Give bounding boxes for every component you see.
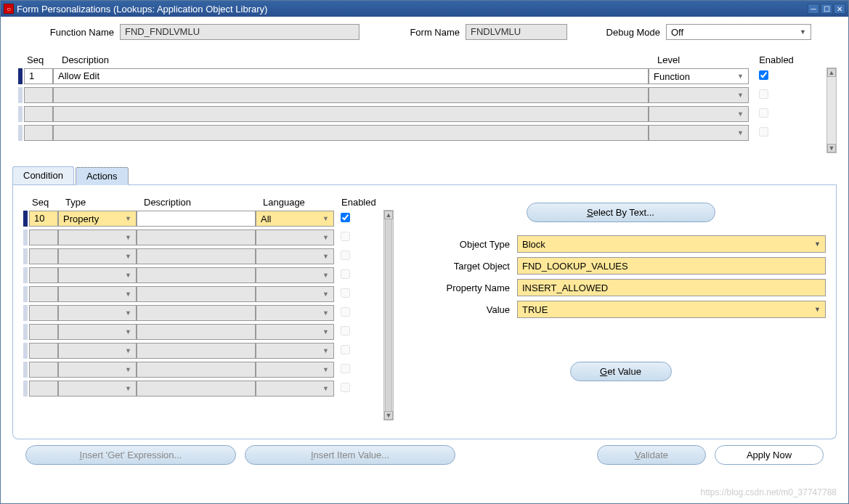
action-enabled-checkbox[interactable] — [341, 251, 350, 260]
get-value-button[interactable]: Get Value — [570, 362, 672, 381]
action-type-dropdown[interactable]: ▼ — [58, 248, 137, 264]
action-language-dropdown[interactable]: ▼ — [256, 305, 334, 321]
action-language-dropdown[interactable]: ▼ — [256, 324, 334, 340]
validate-button[interactable]: Validate — [597, 445, 706, 465]
action-type-dropdown[interactable]: ▼ — [58, 381, 137, 397]
action-description-input[interactable] — [137, 286, 256, 302]
insert-get-button[interactable]: Insert 'Get' Expression... — [25, 445, 236, 465]
rule-level-dropdown[interactable]: ▼ — [649, 125, 749, 141]
action-description-input[interactable] — [137, 381, 256, 397]
action-row-empty[interactable]: ▼▼ — [23, 229, 383, 245]
action-language-dropdown[interactable]: ▼ — [256, 362, 334, 378]
action-language-dropdown[interactable]: ▼ — [256, 286, 334, 302]
action-row-empty[interactable]: ▼▼ — [23, 305, 383, 321]
value-dropdown[interactable]: TRUE▼ — [517, 301, 826, 318]
action-type-dropdown[interactable]: ▼ — [58, 362, 137, 378]
action-seq-input[interactable] — [29, 381, 58, 397]
action-description-input[interactable] — [137, 267, 256, 283]
rule-seq-input[interactable] — [24, 87, 53, 103]
scroll-down-icon[interactable]: ▼ — [827, 144, 836, 153]
action-enabled-checkbox[interactable] — [341, 269, 350, 279]
action-enabled-checkbox[interactable] — [341, 326, 350, 336]
action-row-empty[interactable]: ▼▼ — [23, 362, 383, 378]
rule-row-empty[interactable]: ▼ — [12, 106, 826, 122]
property-name-field[interactable]: INSERT_ALLOWED — [517, 279, 826, 296]
action-type-dropdown[interactable]: Property▼ — [58, 211, 137, 227]
action-description-input[interactable] — [137, 362, 256, 378]
action-type-dropdown[interactable]: ▼ — [58, 229, 137, 245]
rule-row[interactable]: 1 Allow Edit Function ▼ — [12, 68, 826, 84]
rule-description-input[interactable] — [53, 87, 649, 103]
action-type-dropdown[interactable]: ▼ — [58, 267, 137, 283]
tab-actions[interactable]: Actions — [76, 167, 129, 185]
action-row[interactable]: 10 Property▼ All▼ — [23, 211, 383, 227]
debug-mode-dropdown[interactable]: Off ▼ — [666, 24, 811, 40]
scroll-up-icon[interactable]: ▲ — [827, 68, 836, 77]
scroll-thumb[interactable] — [385, 219, 392, 411]
action-description-input[interactable] — [137, 324, 256, 340]
action-description-input[interactable] — [137, 211, 256, 227]
action-seq-input[interactable] — [29, 229, 58, 245]
action-seq-input[interactable] — [29, 362, 58, 378]
target-object-field[interactable]: FND_LOOKUP_VALUES — [517, 257, 826, 275]
action-enabled-checkbox[interactable] — [341, 383, 350, 392]
action-enabled-checkbox[interactable] — [341, 213, 350, 222]
action-enabled-checkbox[interactable] — [341, 288, 350, 298]
action-enabled-checkbox[interactable] — [341, 364, 350, 373]
action-seq-input[interactable] — [29, 248, 58, 264]
close-button[interactable]: ✕ — [834, 4, 845, 14]
actions-scrollbar[interactable]: ▲ ▼ — [383, 210, 394, 420]
rule-enabled-checkbox[interactable] — [759, 108, 768, 118]
rule-enabled-checkbox[interactable] — [759, 127, 768, 137]
action-description-input[interactable] — [137, 343, 256, 359]
action-seq-input[interactable] — [29, 286, 58, 302]
action-seq-input[interactable] — [29, 343, 58, 359]
rule-level-dropdown[interactable]: ▼ — [649, 106, 749, 122]
action-enabled-checkbox[interactable] — [341, 345, 350, 354]
action-row-empty[interactable]: ▼▼ — [23, 343, 383, 359]
action-seq-input[interactable]: 10 — [29, 211, 58, 227]
rule-seq-input[interactable] — [24, 106, 53, 122]
action-enabled-checkbox[interactable] — [341, 232, 350, 241]
rule-level-dropdown[interactable]: Function ▼ — [649, 68, 749, 84]
rule-seq-input[interactable]: 1 — [24, 68, 53, 84]
action-row-empty[interactable]: ▼▼ — [23, 248, 383, 264]
minimize-button[interactable]: ─ — [808, 4, 819, 14]
rules-scrollbar[interactable]: ▲ ▼ — [826, 68, 837, 153]
rule-enabled-checkbox[interactable] — [759, 89, 768, 99]
action-seq-input[interactable] — [29, 305, 58, 321]
rule-description-input[interactable] — [53, 106, 649, 122]
action-language-dropdown[interactable]: ▼ — [256, 381, 334, 397]
action-language-dropdown[interactable]: ▼ — [256, 248, 334, 264]
rule-level-dropdown[interactable]: ▼ — [649, 87, 749, 103]
action-description-input[interactable] — [137, 248, 256, 264]
action-row-empty[interactable]: ▼▼ — [23, 267, 383, 283]
action-type-dropdown[interactable]: ▼ — [58, 343, 137, 359]
action-seq-input[interactable] — [29, 267, 58, 283]
action-type-dropdown[interactable]: ▼ — [58, 305, 137, 321]
rule-description-input[interactable]: Allow Edit — [53, 68, 649, 84]
apply-now-button[interactable]: Apply Now — [715, 445, 824, 465]
action-type-dropdown[interactable]: ▼ — [58, 324, 137, 340]
rule-enabled-checkbox[interactable] — [759, 70, 768, 80]
action-language-dropdown[interactable]: All▼ — [256, 211, 334, 227]
action-language-dropdown[interactable]: ▼ — [256, 343, 334, 359]
action-language-dropdown[interactable]: ▼ — [256, 229, 334, 245]
tab-condition[interactable]: Condition — [12, 166, 74, 184]
rule-seq-input[interactable] — [24, 125, 53, 141]
action-type-dropdown[interactable]: ▼ — [58, 286, 137, 302]
scroll-down-icon[interactable]: ▼ — [384, 411, 393, 420]
object-type-dropdown[interactable]: Block▼ — [517, 235, 826, 253]
action-seq-input[interactable] — [29, 324, 58, 340]
action-row-empty[interactable]: ▼▼ — [23, 381, 383, 397]
action-description-input[interactable] — [137, 305, 256, 321]
select-by-text-button[interactable]: Select By Text... — [527, 203, 715, 222]
insert-item-button[interactable]: Insert Item Value... — [245, 445, 455, 465]
rule-row-empty[interactable]: ▼ — [12, 87, 826, 103]
scroll-up-icon[interactable]: ▲ — [384, 211, 393, 219]
action-language-dropdown[interactable]: ▼ — [256, 267, 334, 283]
action-enabled-checkbox[interactable] — [341, 307, 350, 317]
rule-description-input[interactable] — [53, 125, 649, 141]
action-row-empty[interactable]: ▼▼ — [23, 324, 383, 340]
maximize-button[interactable]: ☐ — [821, 4, 832, 14]
